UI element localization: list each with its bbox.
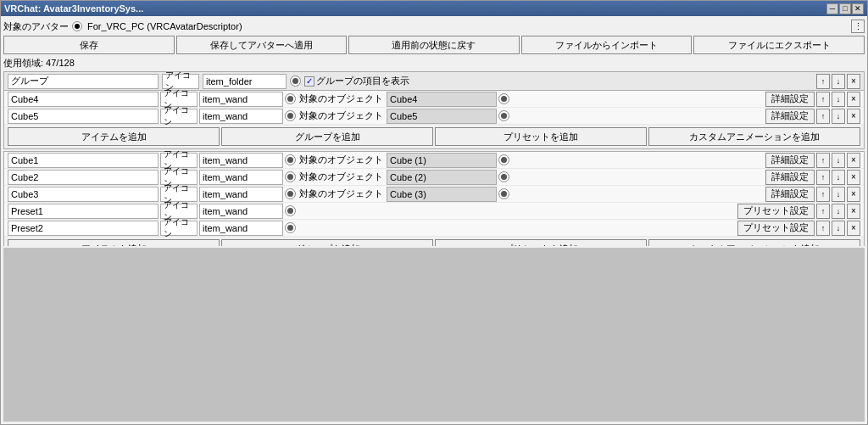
show-group-items-checkbox[interactable]: [304, 76, 314, 87]
table-row: Cube1 アイコン item_wand 対象のオブジェクト Cube (1): [4, 152, 864, 169]
row1-controls: 詳細設定 ↑ ↓ ×: [765, 92, 860, 107]
table-row: Cube5 アイコン item_wand 対象のオブジェクト Cube5: [4, 108, 864, 125]
section1-add-buttons: アイテムを追加 グループを追加 プリセットを追加 カスタムアニメーションを追加: [4, 125, 864, 148]
s2row3-up-btn[interactable]: ↑: [816, 187, 830, 202]
s2row5-controls: プリセット設定 ↑ ↓ ×: [737, 221, 860, 236]
s2row3-details-btn[interactable]: 詳細設定: [765, 187, 815, 202]
row1-target-label: 対象のオブジェクト: [299, 92, 383, 105]
row2-item-field: item_wand: [199, 109, 283, 124]
save-button[interactable]: 保存: [3, 36, 175, 54]
main-window: VRChat: Avatar3InventorySys... ─ □ ✕ 対象の…: [0, 0, 868, 425]
s2row4-controls: プリセット設定 ↑ ↓ ×: [737, 204, 860, 219]
row2-obj-dot-btn[interactable]: [498, 110, 509, 121]
add-group-btn-1[interactable]: グループを追加: [221, 127, 433, 146]
s2row3-obj-dot-btn[interactable]: [498, 188, 509, 199]
s2row4-down-btn[interactable]: ↓: [832, 204, 845, 219]
header-remove-btn[interactable]: ×: [847, 74, 860, 89]
section1-header: グループ アイコン item_folder グループの項目を表示 ↑: [4, 72, 864, 91]
add-animation-btn-1[interactable]: カスタムアニメーションを追加: [648, 127, 860, 146]
s2row1-details-btn[interactable]: 詳細設定: [765, 153, 815, 168]
s2row1-up-btn[interactable]: ↑: [816, 153, 830, 168]
row1-obj-dot-btn[interactable]: [498, 93, 509, 104]
s2row2-details-btn[interactable]: 詳細設定: [765, 170, 815, 185]
add-item-btn-2[interactable]: アイテムを追加: [8, 239, 220, 246]
s2row5-item-field: item_wand: [199, 221, 283, 236]
maximize-button[interactable]: □: [839, 3, 851, 14]
row1-item-field: item_wand: [199, 92, 283, 107]
s2row1-dot-btn[interactable]: [285, 154, 296, 165]
s2row2-dot-btn[interactable]: [285, 171, 296, 182]
add-item-btn-1[interactable]: アイテムを追加: [8, 127, 220, 146]
s2row5-dot-btn[interactable]: [285, 222, 296, 233]
table-row: Cube3 アイコン item_wand 対象のオブジェクト Cube (3): [4, 186, 864, 203]
header-item-field: item_folder: [203, 74, 287, 89]
s2row2-remove-btn[interactable]: ×: [847, 170, 860, 185]
close-button[interactable]: ✕: [852, 3, 864, 14]
row1-obj-field: Cube4: [387, 92, 497, 107]
header-up-btn[interactable]: ↑: [816, 74, 830, 89]
window-controls: ─ □ ✕: [826, 3, 864, 14]
add-group-btn-2[interactable]: グループを追加: [221, 239, 433, 246]
s2row4-remove-btn[interactable]: ×: [847, 204, 860, 219]
s2row4-dot-btn[interactable]: [285, 205, 296, 216]
export-button[interactable]: ファイルにエクスポート: [693, 36, 865, 54]
s2row5-down-btn[interactable]: ↓: [832, 221, 845, 236]
s2row1-down-btn[interactable]: ↓: [832, 153, 845, 168]
row1-details-btn[interactable]: 詳細設定: [765, 92, 815, 107]
section2-add-buttons: アイテムを追加 グループを追加 プリセットを追加 カスタムアニメーションを追加: [4, 237, 864, 246]
row1-group-field: Cube4: [8, 92, 159, 107]
header-dot-btn[interactable]: [290, 75, 301, 87]
s2row3-dot-btn[interactable]: [285, 188, 296, 199]
row1-remove-btn[interactable]: ×: [847, 92, 860, 107]
import-button[interactable]: ファイルからインポート: [521, 36, 693, 54]
show-group-items-wrap: グループの項目を表示: [304, 75, 409, 87]
s2row2-up-btn[interactable]: ↑: [816, 170, 830, 185]
content-area: 対象のアバター For_VRC_PC (VRCAvatarDescriptor)…: [1, 16, 867, 424]
row2-down-btn[interactable]: ↓: [832, 109, 845, 124]
row1-dot-btn[interactable]: [285, 93, 296, 104]
s2row1-group-field: Cube1: [8, 153, 159, 168]
avatar-name: For_VRC_PC (VRCAvatarDescriptor): [87, 21, 242, 31]
save-apply-button[interactable]: 保存してアバターへ適用: [176, 36, 348, 54]
s2row1-remove-btn[interactable]: ×: [847, 153, 860, 168]
s2row2-obj-dot-btn[interactable]: [498, 171, 509, 182]
row2-details-btn[interactable]: 詳細設定: [765, 109, 815, 124]
s2row2-obj-field: Cube (2): [387, 170, 497, 185]
s2row4-up-btn[interactable]: ↑: [816, 204, 830, 219]
s2row3-remove-btn[interactable]: ×: [847, 187, 860, 202]
s2row3-obj-field: Cube (3): [387, 187, 497, 202]
avatar-settings-button[interactable]: ⋮: [851, 20, 865, 33]
s2row5-group-field: Preset2: [8, 221, 159, 236]
row2-remove-btn[interactable]: ×: [847, 109, 860, 124]
row2-up-btn[interactable]: ↑: [816, 109, 830, 124]
minimize-button[interactable]: ─: [826, 3, 838, 14]
usage-bar: 使用領域: 47/128: [3, 56, 865, 70]
s2row3-down-btn[interactable]: ↓: [832, 187, 845, 202]
s2row5-remove-btn[interactable]: ×: [847, 221, 860, 236]
s2row1-obj-dot-btn[interactable]: [498, 154, 509, 165]
add-animation-btn-2[interactable]: カスタムアニメーションを追加: [648, 239, 860, 246]
title-bar: VRChat: Avatar3InventorySys... ─ □ ✕: [1, 1, 867, 16]
row2-target-label: 対象のオブジェクト: [299, 109, 383, 122]
row1-down-btn[interactable]: ↓: [832, 92, 845, 107]
s2row2-down-btn[interactable]: ↓: [832, 170, 845, 185]
radio-avatar[interactable]: [72, 21, 82, 31]
table-row: Cube2 アイコン item_wand 対象のオブジェクト Cube (2): [4, 169, 864, 186]
row1-up-btn[interactable]: ↑: [816, 92, 830, 107]
section-group2: Cube1 アイコン item_wand 対象のオブジェクト Cube (1): [3, 151, 865, 246]
s2row5-details-btn[interactable]: プリセット設定: [737, 221, 815, 236]
s2row3-group-field: Cube3: [8, 187, 159, 202]
s2row2-target-label: 対象のオブジェクト: [299, 171, 383, 183]
revert-button[interactable]: 適用前の状態に戻す: [348, 36, 520, 54]
header-down-btn[interactable]: ↓: [832, 74, 845, 89]
add-preset-btn-1[interactable]: プリセットを追加: [435, 127, 647, 146]
row2-controls: 詳細設定 ↑ ↓ ×: [765, 109, 860, 124]
s2row2-group-field: Cube2: [8, 170, 159, 185]
table-row: Preset1 アイコン item_wand プリセット設定 ↑ ↓ ×: [4, 203, 864, 220]
s2row4-details-btn[interactable]: プリセット設定: [737, 204, 815, 219]
row2-dot-btn[interactable]: [285, 110, 296, 121]
s2row1-controls: 詳細設定 ↑ ↓ ×: [765, 153, 860, 168]
section1-header-controls: ↑ ↓ ×: [816, 74, 860, 89]
add-preset-btn-2[interactable]: プリセットを追加: [435, 239, 647, 246]
s2row5-up-btn[interactable]: ↑: [816, 221, 830, 236]
